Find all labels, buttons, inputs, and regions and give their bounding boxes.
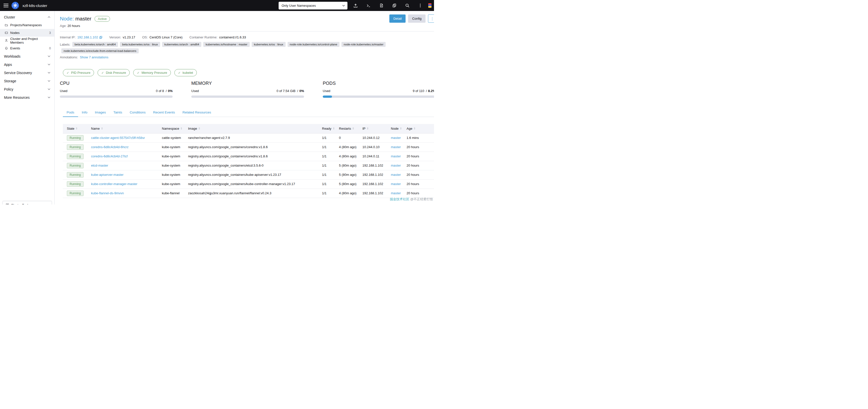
tab-taints[interactable]: Taints (110, 108, 126, 117)
restarts-cell: 5 (80m ago) (335, 161, 359, 170)
image-cell: registry.aliyuncs.com/google_containers/… (184, 170, 318, 179)
sidebar-item-cluster-members[interactable]: Cluster and Project Members (0, 37, 54, 44)
ready-cell: 1/1 (318, 133, 335, 143)
gauge-title: PODS (323, 81, 434, 86)
label-badge: node-role.kubernetes.io/master (341, 42, 385, 47)
header-kebab-menu[interactable] (415, 1, 425, 10)
resource-name: master (75, 16, 91, 22)
name-cell: kube-controller-manager-master (87, 179, 158, 189)
column-header-name[interactable]: Name (87, 124, 158, 133)
tab-conditions[interactable]: Conditions (126, 108, 149, 117)
table-row: Running kube-flannel-ds-9mvvn kube-flann… (63, 189, 434, 198)
sidebar-item-nodes[interactable]: Nodes 3 (0, 29, 54, 37)
copy-icon[interactable] (99, 36, 102, 39)
sort-icon (367, 127, 368, 129)
sidebar-section-storage[interactable]: Storage (0, 77, 54, 85)
pod-name-link[interactable]: kube-controller-manager-master (91, 182, 137, 186)
node-link[interactable]: master (391, 173, 401, 177)
tab-images[interactable]: Images (91, 108, 110, 117)
node-link[interactable]: master (391, 191, 401, 195)
node-link[interactable]: master (391, 182, 401, 186)
tab-info[interactable]: Info (78, 108, 91, 117)
ready-cell: 1/1 (318, 170, 335, 179)
sidebar-section-policy[interactable]: Policy (0, 85, 54, 93)
age-cell: 20 hours (403, 170, 434, 179)
internal-ip-value[interactable]: 192.168.1.102 (77, 35, 102, 39)
sidebar-section-cluster[interactable]: Cluster (0, 13, 54, 21)
copy-kubeconfig-button[interactable] (389, 1, 399, 10)
menu-icon[interactable] (3, 4, 8, 7)
status-badge: Running (67, 191, 84, 196)
sort-icon (400, 127, 402, 129)
state-cell: Running (63, 133, 87, 143)
column-header-image[interactable]: Image (184, 124, 318, 133)
check-icon: ✓ (101, 71, 104, 74)
cluster-tools-icon (6, 203, 9, 205)
pod-name-link[interactable]: etcd-master (91, 164, 108, 167)
sidebar-item-events[interactable]: Events 0 (0, 44, 54, 52)
namespace-filter-select[interactable]: Only User Namespaces (279, 2, 347, 9)
tab-pods[interactable]: Pods (63, 108, 78, 117)
node-link[interactable]: master (391, 154, 401, 158)
sidebar-section-more-resources[interactable]: More Resources (0, 93, 54, 101)
search-button[interactable] (402, 1, 412, 10)
column-label: Namespace (162, 127, 179, 130)
node-link[interactable]: master (391, 164, 401, 167)
sidebar-section-workloads[interactable]: Workloads (0, 52, 54, 60)
column-header-ip[interactable]: IP (359, 124, 387, 133)
age-cell: 1.6 mins (403, 133, 434, 143)
kubectl-shell-button[interactable] (364, 1, 373, 10)
tab-related-resources[interactable]: Related Resources (179, 108, 215, 117)
status-badge: Running (67, 172, 84, 178)
detail-button[interactable]: Detail (389, 14, 406, 23)
node-link[interactable]: master (391, 145, 401, 149)
condition-pill-disk-pressure: ✓ Disk Pressure (97, 69, 130, 76)
age-cell: 20 hours (403, 152, 434, 161)
column-header-restarts[interactable]: Restarts (335, 124, 359, 133)
sidebar-section-apps[interactable]: Apps (0, 60, 54, 69)
show-annotations-link[interactable]: Show 7 annotations (80, 55, 108, 59)
namespace-cell: kube-system (158, 161, 184, 170)
gauge-percent: 0% (168, 89, 173, 93)
pod-name-link[interactable]: kube-flannel-ds-9mvvn (91, 191, 124, 195)
node-link[interactable]: master (391, 136, 401, 140)
column-header-state[interactable]: State (63, 124, 87, 133)
chevron-down-icon (48, 96, 51, 98)
node-cell: master (387, 143, 403, 152)
pod-name-link[interactable]: kube-apiserver-master (91, 173, 123, 177)
column-header-ready[interactable]: Ready (318, 124, 335, 133)
members-icon (5, 39, 8, 42)
chevron-up-icon (48, 16, 51, 18)
gauge-amount: 9 of 110 (413, 89, 424, 93)
tab-bar: Pods Info Images Taints Conditions Recen… (63, 108, 434, 117)
sidebar-section-label: Storage (4, 79, 16, 83)
ready-cell: 1/1 (318, 179, 335, 189)
sidebar-item-projects-namespaces[interactable]: Projects/Namespaces (0, 21, 54, 29)
pod-name-link[interactable]: coredns-6d8c4cb4d-6hcrz (91, 145, 128, 149)
download-kubeconfig-button[interactable] (376, 1, 386, 10)
pods-gauge: PODS Used 9 of 110/8.2% (323, 81, 434, 98)
pod-name-link[interactable]: coredns-6d8c4cb4d-27tcf (91, 154, 128, 158)
import-yaml-button[interactable] (350, 1, 361, 10)
node-actions-kebab-button[interactable]: ⋮ (428, 14, 434, 23)
pod-name-link[interactable]: cattle-cluster-agent-557547c5ff-h58sr (91, 136, 145, 140)
column-header-age[interactable]: Age (403, 124, 434, 133)
ip-cell: 192.168.1.102 (359, 189, 387, 198)
gauge-used-label: Used (60, 89, 67, 93)
column-header-node[interactable]: Node (387, 124, 403, 133)
cluster-tools-link[interactable]: Cluster Tools (2, 201, 52, 204)
namespace-cell: kube-system (158, 152, 184, 161)
condition-label: Disk Pressure (106, 71, 126, 74)
column-header-namespace[interactable]: Namespace (158, 124, 184, 133)
os-item: OS: CentOS Linux 7 (Core) (142, 35, 183, 39)
namespace-filter-value: Only User Namespaces (282, 4, 340, 7)
config-button[interactable]: Config (408, 14, 426, 23)
sidebar-section-label: Policy (4, 87, 13, 91)
namespace-cell: kube-system (158, 179, 184, 189)
cpu-gauge: CPU Used 0 of 8/0% (60, 81, 173, 98)
search-icon (405, 3, 410, 8)
tab-recent-events[interactable]: Recent Events (149, 108, 179, 117)
label-badge: kubernetes.io/hostname : master (203, 42, 249, 47)
sidebar-section-service-discovery[interactable]: Service Discovery (0, 69, 54, 77)
condition-label: Memory Pressure (142, 71, 167, 74)
